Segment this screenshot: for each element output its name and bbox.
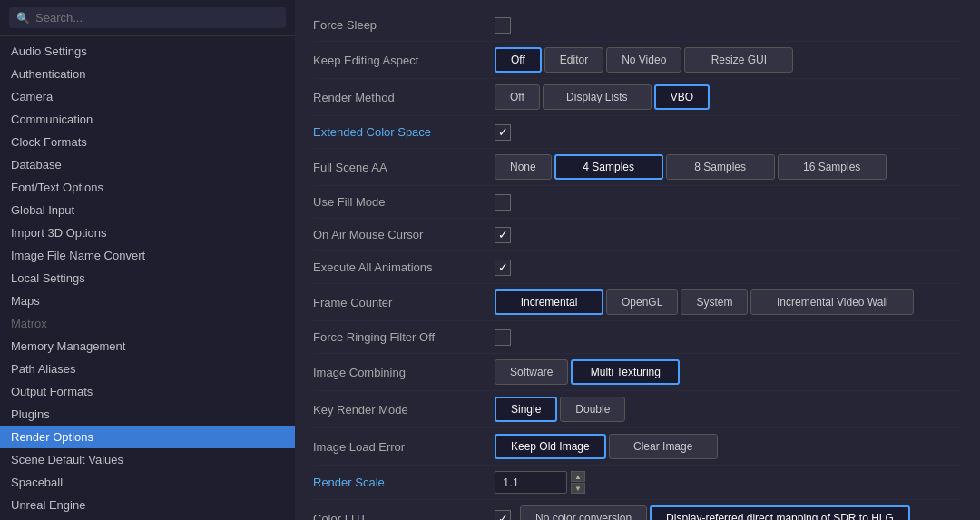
row-controls-execute-all-animations bbox=[495, 260, 962, 276]
row-label-on-air-mouse-cursor: On Air Mouse Cursor bbox=[313, 228, 495, 241]
btn-16-samples[interactable]: 16 Samples bbox=[778, 154, 887, 180]
settings-row-extended-color-space: Extended Color Space bbox=[313, 116, 962, 149]
search-input[interactable] bbox=[35, 11, 279, 25]
sidebar-item-import-3d-options[interactable]: Import 3D Options bbox=[0, 221, 295, 244]
sidebar-item-maps[interactable]: Maps bbox=[0, 289, 295, 312]
btn-group-image-load-error: Keep Old ImageClear Image bbox=[495, 434, 718, 459]
row-label-frame-counter: Frame Counter bbox=[313, 296, 495, 309]
row-label-execute-all-animations: Execute All Animations bbox=[313, 260, 495, 274]
btn-display-referred-direct-mappin[interactable]: Display-referred direct mapping of SDR t… bbox=[650, 505, 910, 520]
sidebar-item-unreal-engine[interactable]: Unreal Engine bbox=[0, 494, 295, 516]
settings-row-frame-counter: Frame CounterIncrementalOpenGLSystemIncr… bbox=[313, 284, 962, 321]
settings-row-force-ringing-filter-off: Force Ringing Filter Off bbox=[313, 321, 962, 354]
scale-spinner: ▲▼ bbox=[571, 471, 585, 494]
checkbox-on-air-mouse-cursor[interactable] bbox=[495, 227, 511, 243]
sidebar-item-communication[interactable]: Communication bbox=[0, 108, 295, 131]
row-controls-render-method: OffDisplay ListsVBO bbox=[495, 84, 962, 110]
sidebar-item-clock-formats[interactable]: Clock Formats bbox=[0, 131, 295, 153]
btn-group-key-render-mode: SingleDouble bbox=[495, 397, 625, 422]
btn-editor[interactable]: Editor bbox=[544, 47, 603, 73]
scale-wrap: ▲▼ bbox=[495, 471, 585, 494]
btn-incremental-video-wall[interactable]: Incremental Video Wall bbox=[750, 289, 914, 315]
sidebar-item-font-text-options[interactable]: Font/Text Options bbox=[0, 176, 295, 199]
checkbox-force-sleep[interactable] bbox=[495, 17, 511, 34]
settings-row-execute-all-animations: Execute All Animations bbox=[313, 251, 962, 284]
row-controls-frame-counter: IncrementalOpenGLSystemIncremental Video… bbox=[495, 289, 962, 315]
row-label-key-render-mode: Key Render Mode bbox=[313, 403, 495, 417]
sidebar-item-spaceball[interactable]: Spaceball bbox=[0, 471, 295, 494]
btn-resize-gui[interactable]: Resize GUI bbox=[684, 47, 793, 73]
search-wrap: 🔍 bbox=[9, 7, 286, 28]
btn-off[interactable]: Off bbox=[495, 47, 542, 73]
sidebar-item-database[interactable]: Database bbox=[0, 153, 295, 176]
sidebar-item-local-settings[interactable]: Local Settings bbox=[0, 267, 295, 289]
btn-group-color-lut: No color conversionDisplay-referred dire… bbox=[520, 505, 910, 520]
settings-row-image-combining: Image CombiningSoftwareMulti Texturing bbox=[313, 354, 962, 391]
sidebar-item-global-input[interactable]: Global Input bbox=[0, 199, 295, 221]
sidebar-item-authentication[interactable]: Authentication bbox=[0, 63, 295, 85]
row-label-keep-editing-aspect: Keep Editing Aspect bbox=[313, 54, 495, 67]
btn-vbo[interactable]: VBO bbox=[654, 84, 710, 110]
btn-multi-texturing[interactable]: Multi Texturing bbox=[571, 359, 680, 385]
checkbox-extended-color-space[interactable] bbox=[495, 124, 511, 141]
btn-single[interactable]: Single bbox=[495, 397, 557, 422]
render-scale-input[interactable] bbox=[495, 471, 567, 494]
row-controls-force-sleep bbox=[495, 17, 962, 34]
sidebar-item-render-options[interactable]: Render Options bbox=[0, 426, 295, 448]
row-controls-full-scene-aa: None4 Samples8 Samples16 Samples bbox=[495, 154, 962, 180]
sidebar-item-path-aliases[interactable]: Path Aliases bbox=[0, 358, 295, 380]
sidebar-item-memory-management[interactable]: Memory Management bbox=[0, 335, 295, 358]
row-label-extended-color-space: Extended Color Space bbox=[313, 125, 495, 139]
row-label-color-lut: Color LUT bbox=[313, 512, 495, 521]
sidebar-item-matrox[interactable]: Matrox bbox=[0, 312, 295, 335]
row-controls-color-lut: No color conversionDisplay-referred dire… bbox=[495, 505, 962, 520]
checkbox-execute-all-animations[interactable] bbox=[495, 260, 511, 276]
sidebar-item-scene-default-values[interactable]: Scene Default Values bbox=[0, 448, 295, 471]
btn-display-lists[interactable]: Display Lists bbox=[543, 84, 652, 110]
row-label-force-sleep: Force Sleep bbox=[313, 18, 495, 32]
btn-software[interactable]: Software bbox=[495, 359, 568, 385]
sidebar: 🔍 Audio SettingsAuthenticationCameraComm… bbox=[0, 0, 295, 520]
row-controls-on-air-mouse-cursor bbox=[495, 227, 962, 243]
btn-opengl[interactable]: OpenGL bbox=[606, 289, 678, 315]
settings-row-force-sleep: Force Sleep bbox=[313, 9, 962, 42]
btn-no-color-conversion[interactable]: No color conversion bbox=[520, 505, 647, 520]
btn-no-video[interactable]: No Video bbox=[606, 47, 681, 73]
sidebar-item-audio-settings[interactable]: Audio Settings bbox=[0, 40, 295, 63]
row-label-use-fill-mode: Use Fill Mode bbox=[313, 195, 495, 209]
sidebar-item-plugins[interactable]: Plugins bbox=[0, 403, 295, 426]
search-icon: 🔍 bbox=[16, 12, 30, 25]
sidebar-list: Audio SettingsAuthenticationCameraCommun… bbox=[0, 36, 295, 520]
scale-up-button[interactable]: ▲ bbox=[571, 471, 585, 482]
row-controls-render-scale: ▲▼ bbox=[495, 471, 962, 494]
sidebar-item-image-file-name-convert[interactable]: Image File Name Convert bbox=[0, 244, 295, 267]
btn-clear-image[interactable]: Clear Image bbox=[609, 434, 718, 459]
checkbox-use-fill-mode[interactable] bbox=[495, 194, 511, 211]
row-label-render-scale: Render Scale bbox=[313, 476, 495, 489]
btn-4-samples[interactable]: 4 Samples bbox=[554, 154, 663, 180]
search-bar: 🔍 bbox=[0, 0, 295, 36]
row-label-render-method: Render Method bbox=[313, 91, 495, 104]
btn-group-keep-editing-aspect: OffEditorNo VideoResize GUI bbox=[495, 47, 793, 73]
sidebar-item-camera[interactable]: Camera bbox=[0, 85, 295, 108]
btn-system[interactable]: System bbox=[681, 289, 748, 315]
row-controls-use-fill-mode bbox=[495, 194, 962, 211]
checkbox-color-lut[interactable] bbox=[495, 510, 511, 520]
btn-off[interactable]: Off bbox=[495, 84, 540, 110]
sidebar-item-output-formats[interactable]: Output Formats bbox=[0, 380, 295, 403]
sidebar-item-user-interface[interactable]: User Interface bbox=[0, 516, 295, 520]
row-label-force-ringing-filter-off: Force Ringing Filter Off bbox=[313, 330, 495, 344]
settings-row-on-air-mouse-cursor: On Air Mouse Cursor bbox=[313, 219, 962, 251]
btn-8-samples[interactable]: 8 Samples bbox=[666, 154, 775, 180]
btn-none[interactable]: None bbox=[495, 154, 552, 180]
btn-group-image-combining: SoftwareMulti Texturing bbox=[495, 359, 680, 385]
checkbox-force-ringing-filter-off[interactable] bbox=[495, 329, 511, 346]
btn-double[interactable]: Double bbox=[560, 397, 625, 422]
row-label-image-combining: Image Combining bbox=[313, 366, 495, 379]
settings-row-keep-editing-aspect: Keep Editing AspectOffEditorNo VideoResi… bbox=[313, 42, 962, 79]
row-controls-image-load-error: Keep Old ImageClear Image bbox=[495, 434, 962, 459]
btn-group-render-method: OffDisplay ListsVBO bbox=[495, 84, 710, 110]
scale-down-button[interactable]: ▼ bbox=[571, 483, 585, 494]
btn-keep-old-image[interactable]: Keep Old Image bbox=[495, 434, 606, 459]
btn-incremental[interactable]: Incremental bbox=[495, 289, 603, 315]
